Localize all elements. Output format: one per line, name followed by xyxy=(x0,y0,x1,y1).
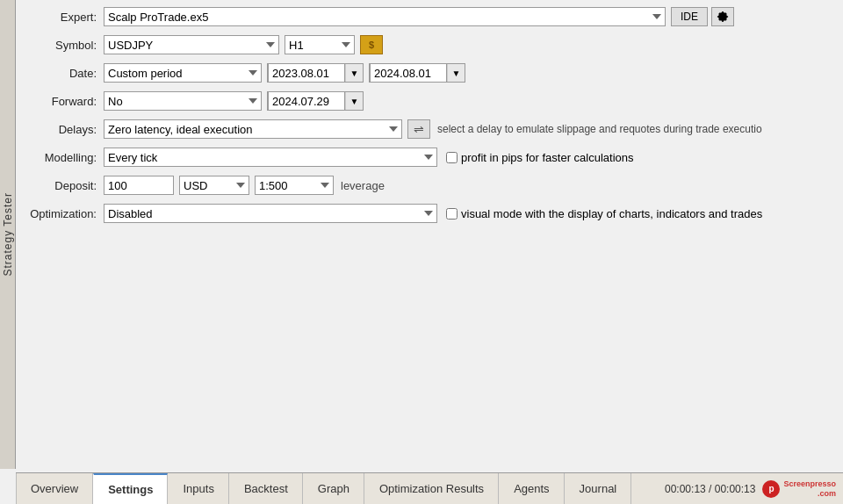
date-from-input[interactable] xyxy=(268,63,345,83)
symbol-label: Symbol: xyxy=(25,39,104,52)
symbol-row: Symbol: USDJPY H1 $ xyxy=(25,35,834,54)
timer-display: 00:00:13 / 00:00:13 xyxy=(665,483,755,495)
profit-pips-label: profit in pips for faster calculations xyxy=(461,151,634,164)
profit-pips-checkbox[interactable] xyxy=(446,152,458,163)
tab-settings[interactable]: Settings xyxy=(93,473,168,504)
optimization-select[interactable]: Disabled xyxy=(104,204,437,223)
date-period-select[interactable]: Custom period xyxy=(104,63,262,83)
transfer-icon: ⇌ xyxy=(414,122,424,136)
modelling-select[interactable]: Every tick xyxy=(104,148,437,167)
gold-dollar-button[interactable]: $ xyxy=(360,35,383,54)
tab-overview[interactable]: Overview xyxy=(16,473,93,504)
date-to-wrap: ▼ xyxy=(369,63,465,83)
delays-description: select a delay to emulate slippage and r… xyxy=(437,123,762,135)
modelling-row: Modelling: Every tick profit in pips for… xyxy=(25,148,834,167)
main-content: Expert: Scalp ProTrade.ex5 IDE Symbol: U… xyxy=(16,0,843,504)
side-label-panel: Strategy Tester xyxy=(0,0,16,469)
calendar-icon: ▼ xyxy=(350,68,359,78)
symbol-select[interactable]: USDJPY xyxy=(104,35,279,54)
optimization-row: Optimization: Disabled visual mode with … xyxy=(25,204,834,223)
date-to-calendar-button[interactable]: ▼ xyxy=(447,64,465,82)
date-to-input[interactable] xyxy=(370,63,447,83)
gear-button[interactable] xyxy=(711,7,734,26)
delays-label: Delays: xyxy=(25,123,104,136)
deposit-input[interactable] xyxy=(104,176,174,195)
visual-mode-checkbox[interactable] xyxy=(446,208,458,220)
gear-icon xyxy=(717,11,729,23)
forward-calendar-icon: ▼ xyxy=(350,97,359,106)
ide-button[interactable]: IDE xyxy=(671,7,708,26)
screenpresso-text: Screenpresso.com xyxy=(783,479,836,499)
leverage-select[interactable]: 1:500 xyxy=(255,176,334,195)
tab-agents[interactable]: Agents xyxy=(499,473,564,504)
visual-mode-wrap: visual mode with the display of charts, … xyxy=(446,207,762,220)
bottom-tabs: Overview Settings Inputs Backtest Graph … xyxy=(16,472,843,504)
tab-inputs[interactable]: Inputs xyxy=(168,473,228,504)
optimization-label: Optimization: xyxy=(25,207,104,220)
delays-transfer-button[interactable]: ⇌ xyxy=(407,119,430,139)
form-area: Expert: Scalp ProTrade.ex5 IDE Symbol: U… xyxy=(16,0,843,472)
date-from-calendar-button[interactable]: ▼ xyxy=(345,64,363,82)
tab-journal[interactable]: Journal xyxy=(565,473,632,504)
date-row: Date: Custom period ▼ ▼ xyxy=(25,63,834,83)
profit-pips-wrap: profit in pips for faster calculations xyxy=(446,151,634,164)
delays-select[interactable]: Zero latency, ideal execution xyxy=(104,119,402,139)
forward-date-wrap: ▼ xyxy=(267,91,364,111)
forward-label: Forward: xyxy=(25,95,104,108)
screenpresso-icon: p xyxy=(762,480,780,498)
deposit-label: Deposit: xyxy=(25,179,104,192)
expert-label: Expert: xyxy=(25,11,104,24)
forward-date-calendar-button[interactable]: ▼ xyxy=(345,92,363,110)
modelling-label: Modelling: xyxy=(25,151,104,164)
delays-row: Delays: Zero latency, ideal execution ⇌ … xyxy=(25,119,834,139)
leverage-label: leverage xyxy=(341,179,385,192)
date-label: Date: xyxy=(25,67,104,80)
tab-optimization-results[interactable]: Optimization Results xyxy=(364,473,499,504)
expert-row: Expert: Scalp ProTrade.ex5 IDE xyxy=(25,7,834,26)
timeframe-select[interactable]: H1 xyxy=(285,35,355,54)
forward-row: Forward: No ▼ xyxy=(25,91,834,111)
screenpresso-area: p Screenpresso.com xyxy=(762,479,836,499)
calendar-icon-2: ▼ xyxy=(452,68,461,78)
forward-select[interactable]: No xyxy=(104,91,262,111)
date-from-wrap: ▼ xyxy=(267,63,364,83)
tab-graph[interactable]: Graph xyxy=(303,473,364,504)
visual-mode-label: visual mode with the display of charts, … xyxy=(461,207,762,220)
side-label-text: Strategy Tester xyxy=(2,192,14,276)
strategy-tester-window: ✕ Strategy Tester Expert: Scalp ProTrade… xyxy=(0,0,843,504)
currency-select[interactable]: USD xyxy=(179,176,249,195)
forward-date-input[interactable] xyxy=(268,91,345,111)
expert-select[interactable]: Scalp ProTrade.ex5 xyxy=(104,7,666,26)
tab-backtest[interactable]: Backtest xyxy=(229,473,303,504)
deposit-row: Deposit: USD 1:500 leverage xyxy=(25,176,834,195)
status-area: 00:00:13 / 00:00:13 p Screenpresso.com xyxy=(665,473,843,504)
